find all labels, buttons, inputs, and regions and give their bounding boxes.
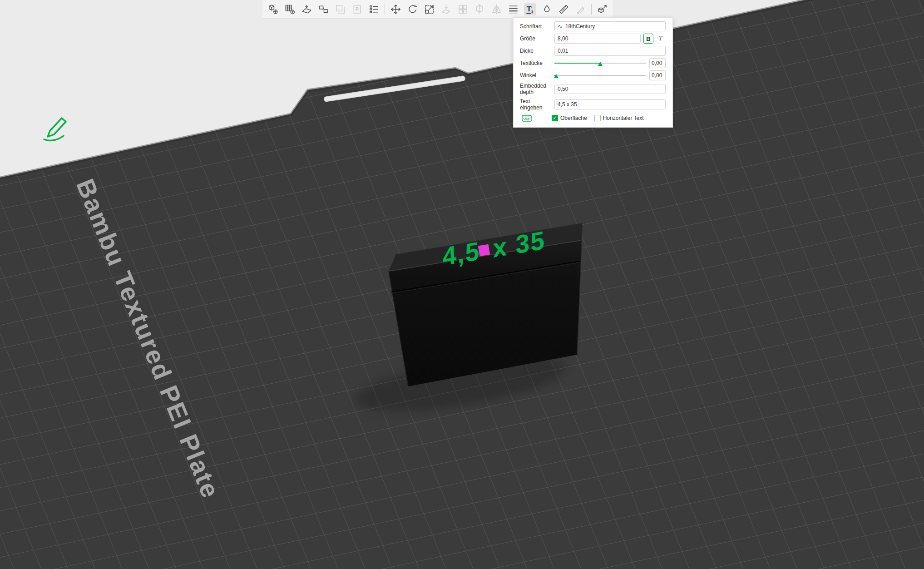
split-objects-button[interactable] [317,3,330,15]
italic-button[interactable]: T [656,34,666,44]
scale-button[interactable] [423,3,435,15]
font-row: Schriftart ∿ 18thCentury [520,21,666,31]
keyboard-icon[interactable] [522,115,532,122]
lay-on-face-icon [441,4,451,15]
angle-slider[interactable] [554,72,646,79]
text-tool-icon: T a [525,4,535,15]
assembly-view-icon [597,4,608,15]
add-object-button[interactable] [267,3,279,15]
measure-icon [558,4,569,15]
move-button[interactable] [390,3,402,15]
text-gap-input[interactable] [649,58,666,68]
auto-orient-icon [301,4,312,15]
object-list-button[interactable] [368,3,380,15]
variable-layer-height-icon [508,4,519,15]
mirror-icon [491,4,502,15]
svg-text:a: a [531,9,534,14]
variable-layer-height-button[interactable] [507,3,519,15]
clone-button[interactable] [457,3,469,15]
text-content-input[interactable] [554,99,666,109]
font-dropdown-value: 18thCentury [565,23,595,30]
size-label: Größe [520,35,554,42]
measure-button[interactable] [558,3,570,15]
font-preview-icon: ∿ [558,23,563,30]
text-gap-label: Textlücke [520,60,554,66]
text-tool-panel: Schriftart ∿ 18thCentury Größe B T Dicke… [513,17,673,128]
angle-label: Winkel [520,72,554,79]
thickness-label: Dicke [520,48,554,54]
embedded-depth-input[interactable] [554,84,666,94]
support-painting-button[interactable] [574,3,587,15]
thickness-row: Dicke [520,46,666,56]
surface-checkbox[interactable]: ✓ [552,115,558,121]
copy-button[interactable] [334,3,346,15]
panel-footer: ✓ Oberfläche Horizontaler Text [520,115,666,122]
lay-on-face-button[interactable] [440,3,452,15]
add-object-icon [268,4,278,15]
cut-button[interactable] [474,3,486,15]
text-gap-slider[interactable] [554,60,646,66]
split-objects-icon [318,4,329,15]
angle-row: Winkel [520,70,666,80]
font-dropdown[interactable]: ∿ 18thCentury [554,21,666,31]
text-gap-slider-thumb[interactable] [598,62,603,66]
horizontal-text-checkbox[interactable] [594,115,601,121]
paste-button[interactable]: P [351,3,363,15]
support-painting-icon [575,4,586,15]
toolbar-separator [591,4,592,15]
assembly-view-button[interactable] [596,3,608,15]
horizontal-text-checkbox-label: Horizontaler Text [603,115,644,121]
add-gallery-icon [285,4,295,15]
object-list-icon [369,4,379,15]
surface-checkbox-label: Oberfläche [560,115,587,121]
angle-input[interactable] [649,70,666,80]
viewport-3d[interactable]: Bambu Textured PEI Plate 4,5 x 35 [0,0,924,569]
rotate-icon [407,4,418,15]
check-icon: ✓ [553,116,557,120]
surface-checkbox-group[interactable]: ✓ Oberfläche [552,115,587,121]
horizontal-text-checkbox-group[interactable]: Horizontaler Text [594,115,644,121]
cut-icon [474,4,485,15]
text-tool-button[interactable]: T a [524,3,536,15]
clone-icon [458,4,468,15]
thickness-input[interactable] [554,46,666,56]
scale-icon [424,4,435,15]
text-gap-row: Textlücke [520,58,666,68]
rotate-button[interactable] [406,3,419,15]
mirror-button[interactable] [490,3,503,15]
move-icon [390,4,401,15]
color-painting-icon [542,4,552,15]
svg-text:P: P [356,6,359,12]
text-input-row: Text eingeben [520,98,666,111]
font-label: Schriftart [520,23,554,30]
add-from-gallery-button[interactable] [284,3,296,15]
copy-icon [335,4,346,15]
embedded-depth-row: Embedded depth [520,83,666,96]
bold-button[interactable]: B [643,34,653,44]
auto-orient-button[interactable] [301,3,313,15]
text-input-label: Text eingeben [520,98,554,111]
main-toolbar: P [262,0,613,19]
color-painting-button[interactable] [541,3,553,15]
text-cursor-handle[interactable] [478,244,490,256]
size-input[interactable] [554,34,641,44]
toolbar-separator [385,4,385,15]
angle-slider-thumb[interactable] [554,74,558,78]
paste-icon: P [352,4,362,15]
size-row: Größe B T [520,34,666,44]
embedded-depth-label: Embedded depth [520,83,554,96]
